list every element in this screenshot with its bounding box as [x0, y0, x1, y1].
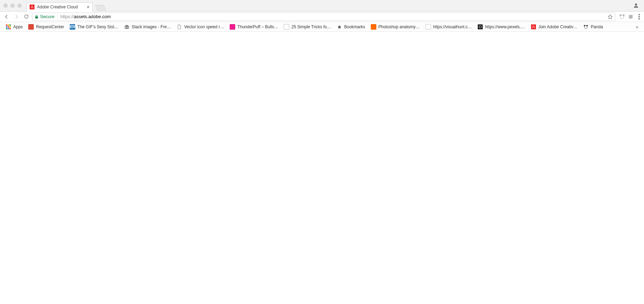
how-icon: HOW: [70, 24, 75, 30]
bookmark-item[interactable]: Join Adobe Creativ…: [529, 23, 580, 31]
bookmark-label: The GIF's Sexy Sist…: [77, 24, 118, 29]
visualhunt-icon: V: [426, 24, 431, 30]
svg-point-6: [638, 14, 640, 15]
toolbar: Secure https://assets.adobe.com: [0, 12, 644, 22]
apps-icon: [6, 24, 11, 30]
svg-rect-22: [531, 24, 536, 29]
close-icon[interactable]: ×: [87, 5, 90, 9]
svg-rect-17: [9, 28, 11, 29]
bookmark-item[interactable]: RequestCenter: [26, 23, 66, 31]
profile-icon[interactable]: [633, 2, 639, 9]
bookmark-item[interactable]: DL25 Simple Tricks fo…: [282, 23, 333, 31]
panda-icon: [583, 24, 589, 30]
forward-button[interactable]: [13, 13, 20, 21]
svg-point-4: [623, 14, 624, 16]
bookmark-item[interactable]: Photoshop anatomy…: [369, 23, 422, 31]
bookmark-item[interactable]: Apps: [3, 23, 25, 31]
svg-point-25: [586, 25, 588, 26]
svg-point-3: [620, 14, 621, 16]
new-tab-button[interactable]: [95, 5, 107, 11]
bookmark-item[interactable]: Vhttps://visualhunt.c…: [423, 23, 474, 31]
bookmark-item[interactable]: HOWThe GIF's Sexy Sist…: [68, 23, 121, 31]
bookmark-label: 25 Simple Tricks fo…: [291, 24, 331, 29]
lock-icon: [34, 15, 39, 19]
chrome-menu-button[interactable]: [637, 14, 641, 20]
extension-icons: [618, 14, 635, 20]
svg-rect-5: [629, 15, 633, 18]
svg-point-24: [584, 25, 585, 26]
svg-point-8: [638, 18, 640, 20]
address-bar[interactable]: Secure https://assets.adobe.com: [32, 13, 615, 21]
page-content: [0, 32, 644, 304]
reload-button[interactable]: [22, 13, 30, 21]
svg-rect-20: [478, 24, 483, 29]
svg-rect-16: [8, 28, 9, 29]
bookmark-label: Join Adobe Creativ…: [538, 24, 578, 29]
svg-rect-13: [8, 26, 9, 28]
bookmark-label: Stack images - Fre…: [132, 24, 171, 29]
bookmark-item[interactable]: Vector icon speed r…: [174, 23, 226, 31]
bookmark-label: ThunderPuff – Bulls…: [237, 24, 278, 29]
extension-box-icon[interactable]: [628, 14, 634, 20]
bookmark-label: https://www.pexels.…: [485, 24, 525, 29]
svg-rect-9: [6, 24, 7, 26]
back-button[interactable]: [3, 13, 10, 21]
bookmark-label: Vector icon speed r…: [184, 24, 224, 29]
tab-title: Adobe Creative Cloud: [37, 5, 78, 9]
bookmark-item[interactable]: Stack images - Fre…: [122, 23, 173, 31]
svg-point-19: [126, 26, 128, 28]
bookmark-label: RequestCenter: [36, 24, 64, 29]
tab-strip: Adobe Creative Cloud ×: [26, 0, 105, 11]
bookmarks-bar: AppsRequestCenterHOWThe GIF's Sexy Sist……: [0, 22, 644, 32]
secure-label: Secure: [40, 14, 54, 19]
bookmark-item[interactable]: Panda: [581, 23, 605, 31]
extension-panda-icon[interactable]: [619, 14, 625, 20]
pexels-icon: [477, 24, 483, 30]
photoshop-icon: [371, 24, 376, 30]
svg-rect-15: [6, 28, 7, 29]
bookmark-label: Panda: [591, 24, 603, 29]
bookmark-item[interactable]: ThunderPuff – Bulls…: [228, 23, 280, 31]
bookmark-item[interactable]: Bookmarks: [335, 23, 367, 31]
bookmarks-overflow-button[interactable]: »: [634, 24, 641, 30]
bookmark-label: https://visualhunt.c…: [433, 24, 472, 29]
window-close-button[interactable]: [3, 3, 8, 8]
bookmark-label: Photoshop anatomy…: [378, 24, 420, 29]
window-controls: [3, 3, 22, 8]
window-zoom-button[interactable]: [17, 3, 22, 8]
bookmark-item[interactable]: https://www.pexels.…: [475, 23, 527, 31]
window-minimize-button[interactable]: [10, 3, 15, 8]
svg-rect-12: [6, 26, 7, 28]
url: https://assets.adobe.com: [60, 14, 111, 19]
svg-rect-14: [9, 26, 11, 28]
svg-rect-0: [30, 5, 34, 9]
adobe-icon: [531, 24, 536, 30]
svg-point-7: [638, 16, 640, 17]
bookmark-label: Apps: [13, 24, 23, 29]
browser-window: Adobe Creative Cloud × Secure https:/: [0, 0, 644, 304]
browser-tab-active[interactable]: Adobe Creative Cloud ×: [26, 2, 93, 12]
star-icon: [337, 24, 342, 30]
separator: [57, 14, 58, 20]
camera-icon: [124, 24, 130, 30]
svg-rect-10: [8, 24, 9, 26]
adobe-icon: [30, 5, 34, 9]
titlebar: Adobe Creative Cloud ×: [0, 0, 644, 12]
bookmark-star-icon[interactable]: [607, 14, 613, 20]
svg-rect-11: [9, 24, 11, 26]
bookmark-label: Bookmarks: [344, 24, 365, 29]
document-icon: [176, 24, 182, 30]
dl-icon: DL: [284, 24, 289, 30]
thunderpuff-icon: [230, 24, 235, 30]
requestcenter-icon: [28, 24, 34, 30]
